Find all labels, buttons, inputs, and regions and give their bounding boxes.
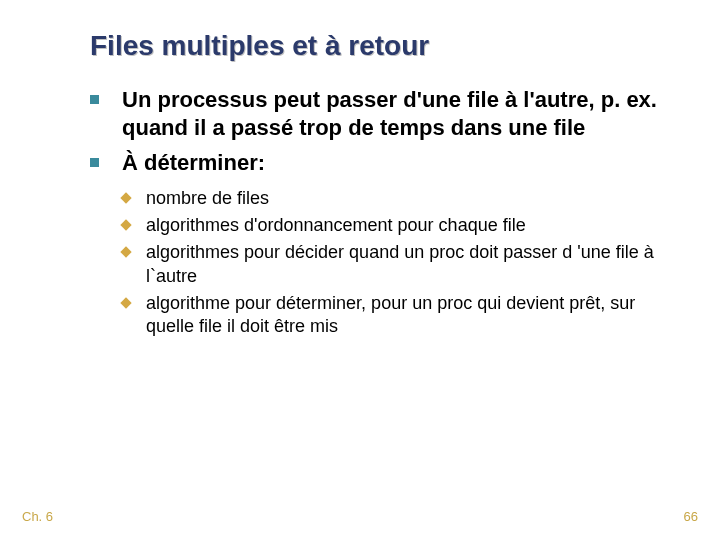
bullet-text: À déterminer: (122, 150, 265, 175)
sub-bullet-list: nombre de files algorithmes d'ordonnance… (122, 187, 680, 339)
diamond-bullet-icon (120, 192, 131, 203)
footer-page-number: 66 (684, 509, 698, 524)
sub-bullet-text: algorithmes d'ordonnancement pour chaque… (146, 215, 526, 235)
bullet-item: Un processus peut passer d'une file à l'… (90, 86, 680, 141)
slide: Files multiples et à retour Un processus… (0, 0, 720, 540)
sub-bullet-item: algorithme pour déterminer, pour un proc… (122, 292, 680, 339)
sub-bullet-item: nombre de files (122, 187, 680, 210)
main-bullet-list: Un processus peut passer d'une file à l'… (90, 86, 680, 177)
diamond-bullet-icon (120, 219, 131, 230)
sub-bullet-item: algorithmes pour décider quand un proc d… (122, 241, 680, 288)
bullet-text: Un processus peut passer d'une file à l'… (122, 87, 657, 140)
diamond-bullet-icon (120, 247, 131, 258)
slide-title: Files multiples et à retour (90, 30, 680, 62)
footer-chapter: Ch. 6 (22, 509, 53, 524)
sub-bullet-item: algorithmes d'ordonnancement pour chaque… (122, 214, 680, 237)
bullet-item: À déterminer: (90, 149, 680, 177)
diamond-bullet-icon (120, 297, 131, 308)
square-bullet-icon (90, 95, 99, 104)
sub-bullet-text: algorithmes pour décider quand un proc d… (146, 242, 654, 285)
sub-bullet-text: nombre de files (146, 188, 269, 208)
sub-bullet-text: algorithme pour déterminer, pour un proc… (146, 293, 635, 336)
square-bullet-icon (90, 158, 99, 167)
